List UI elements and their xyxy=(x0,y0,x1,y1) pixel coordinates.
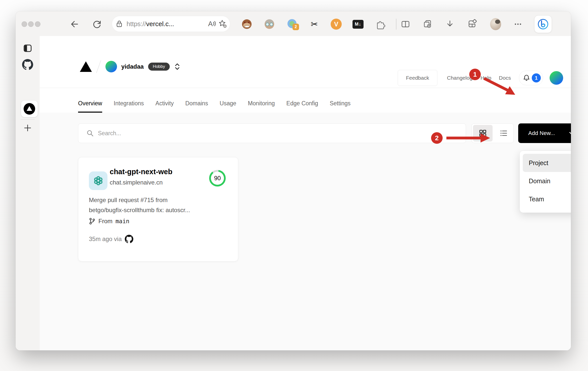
github-tab-icon[interactable] xyxy=(16,59,40,70)
browser-window: https://vercel.c... A 2 xyxy=(16,11,571,350)
project-name: chat-gpt-next-web xyxy=(110,168,172,176)
downloads-icon[interactable] xyxy=(444,19,455,30)
breadcrumb-slash xyxy=(96,60,101,73)
extensions-puzzle-icon[interactable] xyxy=(375,19,386,30)
nav-tabs: Overview Integrations Activity Domains U… xyxy=(78,95,350,113)
lock-icon[interactable] xyxy=(112,18,127,29)
profile-avatar[interactable] xyxy=(490,19,501,30)
team-name[interactable]: yidadaa xyxy=(121,63,144,70)
dropdown-item-project[interactable]: Project xyxy=(523,154,571,172)
svg-text:A: A xyxy=(208,20,213,28)
dropdown-item-domain[interactable]: Domain xyxy=(523,172,571,190)
project-domain-link[interactable]: chat.simplenaive.cn xyxy=(110,179,163,186)
branch-row: From main xyxy=(89,218,129,225)
browser-toolbar: https://vercel.c... A 2 xyxy=(16,11,571,36)
help-link[interactable]: Help xyxy=(481,75,491,81)
extension-badge: 2 xyxy=(292,24,299,30)
search-icon xyxy=(86,129,94,137)
window-zoom-button[interactable] xyxy=(35,21,40,27)
list-view-icon xyxy=(500,129,507,137)
favorite-star-icon[interactable] xyxy=(217,18,228,29)
notifications-button[interactable]: 1 xyxy=(519,71,543,85)
person-extension-icon[interactable] xyxy=(264,19,275,30)
new-tab-button[interactable] xyxy=(16,123,40,133)
team-switcher-icon[interactable] xyxy=(174,63,180,70)
tab-activity[interactable]: Activity xyxy=(155,95,174,113)
screenshot-canvas: https://vercel.c... A 2 xyxy=(0,0,588,371)
vercel-header: yidadaa Hobby Feedback Changelog Help Do… xyxy=(40,36,571,88)
annotation-step-1: 1 xyxy=(469,69,481,80)
score-value: 90 xyxy=(214,175,221,182)
tab-integrations[interactable]: Integrations xyxy=(114,95,144,113)
back-button[interactable] xyxy=(69,19,80,30)
branch-label: From xyxy=(98,218,112,225)
add-new-button[interactable]: Add New... xyxy=(518,123,571,143)
bing-chat-button[interactable] xyxy=(534,15,552,33)
add-new-label: Add New... xyxy=(528,130,555,136)
user-avatar[interactable] xyxy=(550,71,563,85)
toolbar-divider xyxy=(396,19,396,30)
deploy-meta: 35m ago via xyxy=(89,235,133,243)
window-close-button[interactable] xyxy=(22,21,27,27)
browser-sidebar xyxy=(16,36,40,350)
v-extension-icon[interactable]: V xyxy=(331,19,342,30)
address-bar[interactable]: https://vercel.c... A xyxy=(112,16,230,32)
changelog-link[interactable]: Changelog xyxy=(447,75,473,81)
openai-project-icon xyxy=(89,171,107,190)
feedback-button[interactable]: Feedback xyxy=(398,70,437,86)
scissors-extension-icon[interactable]: ✂ xyxy=(309,19,320,30)
view-toggle xyxy=(472,123,514,143)
window-minimize-button[interactable] xyxy=(28,21,34,27)
git-branch-icon xyxy=(89,218,95,225)
tab-domains[interactable]: Domains xyxy=(185,95,208,113)
sidebar-toggle-icon[interactable] xyxy=(16,43,40,54)
markdown-extension-icon[interactable]: M↓ xyxy=(352,19,364,30)
docs-link[interactable]: Docs xyxy=(499,75,511,81)
tab-usage[interactable]: Usage xyxy=(220,95,236,113)
tab-settings[interactable]: Settings xyxy=(330,95,350,113)
grid-view-icon xyxy=(479,129,487,137)
vercel-logo[interactable] xyxy=(80,61,92,72)
read-aloud-icon[interactable]: A xyxy=(206,18,217,29)
project-card[interactable]: chat-gpt-next-web chat.simplenaive.cn 90… xyxy=(78,157,238,261)
score-gauge: 90 xyxy=(209,170,226,187)
branch-name: main xyxy=(115,218,129,224)
dropdown-item-team[interactable]: Team xyxy=(523,190,571,208)
team-avatar[interactable] xyxy=(105,61,117,72)
more-menu-icon[interactable] xyxy=(512,19,523,30)
url-text: https://vercel.c... xyxy=(127,20,174,28)
split-screen-icon[interactable] xyxy=(400,19,411,30)
plan-badge: Hobby xyxy=(148,63,169,71)
monkey-extension-icon[interactable] xyxy=(241,19,252,30)
bell-icon xyxy=(523,74,530,82)
search-input[interactable] xyxy=(78,123,466,143)
translator-extension-icon[interactable]: 2 xyxy=(287,19,298,30)
add-new-dropdown: Project Domain Team xyxy=(520,151,571,213)
tab-edge-config[interactable]: Edge Config xyxy=(286,95,318,113)
reload-button[interactable] xyxy=(91,19,102,30)
team-breadcrumb: yidadaa Hobby xyxy=(80,60,180,73)
collections-icon[interactable] xyxy=(422,19,433,30)
tab-overview[interactable]: Overview xyxy=(78,95,102,113)
tab-monitoring[interactable]: Monitoring xyxy=(248,95,275,113)
list-view-button[interactable] xyxy=(494,125,513,142)
notification-count-badge: 1 xyxy=(532,73,541,82)
vercel-favicon xyxy=(24,103,35,115)
chevron-down-icon xyxy=(568,130,571,136)
github-icon xyxy=(125,235,133,243)
sidebar-divider xyxy=(21,119,35,120)
apps-icon[interactable] xyxy=(467,19,478,30)
grid-view-button[interactable] xyxy=(473,125,493,142)
annotation-step-2: 2 xyxy=(431,132,443,144)
vercel-page: yidadaa Hobby Feedback Changelog Help Do… xyxy=(40,36,571,350)
commit-message: Merge pull request #715 from betgo/bugfi… xyxy=(89,195,229,215)
vercel-tab-active[interactable] xyxy=(21,101,38,117)
